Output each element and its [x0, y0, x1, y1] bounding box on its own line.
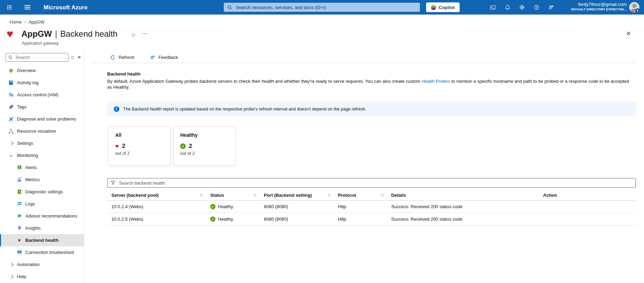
sort-icon[interactable]: ↑↓: [254, 193, 257, 197]
backend-health-page-icon: ♥: [7, 28, 13, 39]
cell-port: 8080 (8080): [264, 204, 338, 209]
info-icon: i: [114, 106, 119, 112]
cell-server: 10.0.2.5 (Webs): [107, 216, 210, 222]
sidebar-item-access-control[interactable]: Access control (IAM): [0, 89, 84, 101]
table-search-input[interactable]: [118, 180, 632, 186]
sidebar-item-alerts[interactable]: Alerts: [0, 161, 84, 174]
cloud-shell-icon: [490, 5, 496, 10]
sidebar-group-help[interactable]: Help: [0, 271, 84, 283]
sidebar-item-connection-troubleshoot[interactable]: Connection troubleshoot: [0, 246, 84, 258]
global-search-input[interactable]: [235, 5, 416, 10]
refresh-button[interactable]: Refresh: [110, 52, 135, 63]
breadcrumb-chevron-icon: ›: [25, 20, 26, 25]
breadcrumb-current[interactable]: AppGW: [29, 19, 45, 25]
sidebar-group-automation[interactable]: Automation: [0, 258, 84, 271]
sidebar-item-backend-health[interactable]: ♥ Backend health: [0, 234, 84, 246]
menu-view-toggle-icon[interactable]: ◇: [71, 55, 74, 60]
column-protocol: Protocol↑↓: [338, 193, 391, 198]
search-icon: [227, 5, 232, 10]
copilot-logo-icon: [431, 5, 436, 10]
feedback-button[interactable]: [544, 0, 558, 15]
resource-name: AppGW: [21, 29, 52, 38]
resource-visualizer-icon: [8, 129, 14, 134]
sidebar-item-metrics[interactable]: Metrics: [0, 174, 84, 186]
question-icon: ?: [534, 5, 540, 10]
sidebar-item-advisor-recommendations[interactable]: Advisor recommendations: [0, 210, 84, 222]
sidebar-search-input[interactable]: [15, 54, 66, 60]
column-status: Status↑↓: [210, 193, 264, 198]
backend-health-table: Server (backend pool)↑↓ Status↑↓ Port (B…: [107, 190, 636, 225]
column-server: Server (backend pool)↑↓: [107, 193, 210, 198]
feedback-toolbar-button[interactable]: Feedback: [149, 52, 178, 63]
sidebar-item-diagnostic-settings[interactable]: Diagnostic settings: [0, 186, 84, 198]
breadcrumb-home[interactable]: Home: [10, 19, 22, 25]
page-title: AppGW|Backend health: [21, 29, 118, 39]
table-header-row: Server (backend pool)↑↓ Status↑↓ Port (B…: [107, 190, 636, 201]
help-button[interactable]: ?: [529, 0, 544, 15]
avatar[interactable]: [629, 2, 640, 12]
activity-log-icon: [8, 80, 14, 86]
blade-name: Backend health: [60, 29, 117, 38]
info-banner: i The Backend health report is updated b…: [107, 102, 636, 116]
filter-card-all[interactable]: All ♥ 2 out of 2: [108, 126, 171, 166]
sidebar-item-tags[interactable]: Tags: [0, 101, 84, 113]
favorite-star-icon[interactable]: ☆: [131, 31, 136, 38]
copilot-button[interactable]: Copilot: [426, 2, 460, 12]
sort-icon[interactable]: ↑↓: [328, 193, 331, 197]
filter-card-healthy[interactable]: Healthy ✓ 2 out of 2: [173, 126, 236, 166]
collapse-menu-icon[interactable]: «: [78, 54, 81, 60]
breadcrumb: Home › AppGW: [10, 19, 44, 25]
backend-health-heart-icon: ♥: [17, 238, 22, 243]
more-options-icon[interactable]: ···: [142, 30, 148, 36]
cell-status: ✓ Healthy: [210, 204, 264, 209]
cell-status: ✓ Healthy: [210, 216, 264, 222]
section-title: Backend health: [107, 71, 140, 77]
lock-badge-icon: [635, 8, 640, 12]
waffle-grid-icon: [7, 5, 11, 9]
sidebar-item-overview[interactable]: Overview: [0, 64, 84, 77]
cell-details: Success. Received 200 status code: [391, 216, 543, 222]
bell-icon: [505, 5, 510, 10]
alerts-icon: [17, 165, 22, 170]
product-title[interactable]: Microsoft Azure: [44, 0, 88, 15]
gear-icon: [519, 4, 525, 10]
logs-icon: [17, 201, 22, 207]
health-probes-link[interactable]: Health Probes: [422, 79, 450, 84]
global-search[interactable]: [224, 3, 420, 12]
sidebar-item-resource-visualizer[interactable]: Resource visualizer: [0, 125, 84, 137]
filter-funnel-icon: [111, 180, 116, 185]
sidebar-search[interactable]: [6, 53, 68, 62]
table-row[interactable]: 10.0.2.5 (Webs) ✓ Healthy 8080 (8080) Ht…: [107, 213, 636, 225]
top-bar: Microsoft Azure Copilot ? ferdy79xxz@g: [0, 0, 644, 15]
person-feedback-icon: [548, 5, 554, 10]
sort-icon[interactable]: ↑↓: [200, 193, 203, 197]
table-search[interactable]: [107, 178, 636, 188]
healthy-check-icon: ✓: [180, 143, 186, 149]
account-info[interactable]: ferdy79xxz@gmail.com DEFAULT DIRECTORY (…: [571, 2, 627, 12]
notifications-button[interactable]: [500, 0, 515, 15]
chevron-right-icon: [8, 262, 14, 267]
settings-button[interactable]: [515, 0, 529, 15]
access-control-icon: [8, 92, 14, 98]
sidebar-group-settings[interactable]: Settings: [0, 137, 84, 149]
sort-icon[interactable]: ↑↓: [381, 193, 384, 197]
chevron-right-icon: [8, 274, 14, 280]
diagnose-tools-icon: [8, 116, 14, 122]
app-launcher-button[interactable]: [2, 0, 17, 15]
sidebar-item-activity-log[interactable]: Activity log: [0, 77, 84, 89]
cloud-shell-button[interactable]: [486, 0, 500, 15]
sidebar-item-diagnose[interactable]: Diagnose and solve problems: [0, 113, 84, 125]
close-blade-icon[interactable]: ×: [626, 30, 631, 37]
sidebar-item-insights[interactable]: Insights: [0, 222, 84, 234]
cell-details: Success. Received 200 status code: [391, 204, 543, 209]
cell-port: 8080 (8080): [264, 216, 338, 222]
cell-server: 10.0.2.4 (Webs): [107, 204, 210, 209]
column-action: Action: [543, 193, 636, 198]
table-row[interactable]: 10.0.2.4 (Webs) ✓ Healthy 8080 (8080) Ht…: [107, 201, 636, 213]
portal-menu-button[interactable]: [20, 0, 35, 15]
heart-icon: ♥: [115, 143, 119, 149]
chevron-down-icon: [8, 153, 14, 158]
sidebar-group-monitoring[interactable]: Monitoring: [0, 149, 84, 161]
connection-troubleshoot-icon: [17, 250, 22, 255]
sidebar-item-logs[interactable]: Logs: [0, 198, 84, 210]
